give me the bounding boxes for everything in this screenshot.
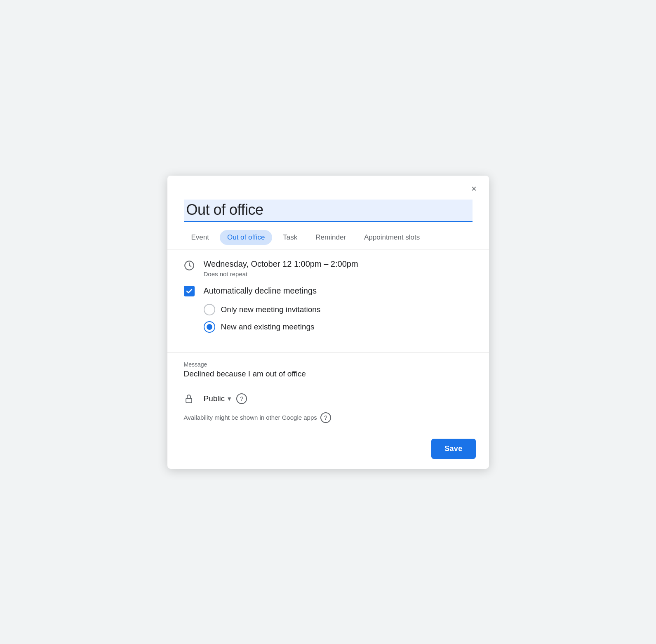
datetime-content: Wednesday, October 12 1:00pm – 2:00pm Do… [204, 259, 473, 277]
tab-out-of-office[interactable]: Out of office [220, 230, 272, 245]
radio-new-existing-circle[interactable] [204, 321, 215, 333]
footer: Save [167, 435, 489, 469]
title-section [167, 196, 489, 222]
availability-text: Availability might be shown in other Goo… [184, 414, 317, 421]
datetime-row: Wednesday, October 12 1:00pm – 2:00pm Do… [184, 259, 473, 277]
visibility-label: Public [204, 394, 225, 403]
section-divider [167, 353, 489, 353]
save-button[interactable]: Save [431, 439, 475, 459]
content-section: Wednesday, October 12 1:00pm – 2:00pm Do… [167, 249, 489, 353]
message-text[interactable]: Declined because I am out of office [184, 369, 473, 378]
close-button[interactable]: × [467, 181, 482, 196]
message-section: Message Declined because I am out of off… [167, 361, 489, 387]
auto-decline-row: Automatically decline meetings [184, 286, 473, 296]
title-input[interactable] [184, 200, 473, 222]
tabs-section: Event Out of office Task Reminder Appoin… [167, 222, 489, 249]
tab-event[interactable]: Event [184, 230, 216, 245]
auto-decline-label: Automatically decline meetings [204, 286, 317, 296]
availability-note: Availability might be shown in other Goo… [167, 411, 489, 435]
datetime-sub[interactable]: Does not repeat [204, 270, 473, 277]
radio-new-existing-label: New and existing meetings [221, 322, 315, 331]
message-label: Message [184, 361, 473, 368]
radio-only-new[interactable]: Only new meeting invitations [204, 304, 473, 315]
tab-reminder[interactable]: Reminder [308, 230, 353, 245]
radio-new-existing-inner [207, 324, 212, 330]
datetime-main[interactable]: Wednesday, October 12 1:00pm – 2:00pm [204, 259, 473, 269]
close-icon: × [471, 183, 477, 194]
visibility-dropdown[interactable]: Public ▼ [204, 394, 233, 403]
radio-only-new-label: Only new meeting invitations [221, 305, 321, 314]
visibility-row: Public ▼ ? [167, 387, 489, 411]
tab-task[interactable]: Task [275, 230, 305, 245]
dialog: × Event Out of office Task Reminder Appo… [167, 176, 489, 469]
dropdown-arrow-icon: ▼ [226, 395, 232, 402]
dialog-header: × [167, 176, 489, 196]
availability-help-icon[interactable]: ? [320, 412, 331, 423]
checkbox-icon[interactable] [184, 286, 204, 296]
radio-group: Only new meeting invitations New and exi… [184, 304, 473, 333]
lock-icon [184, 394, 204, 404]
radio-only-new-circle[interactable] [204, 304, 215, 315]
auto-decline-checkbox[interactable] [184, 286, 195, 296]
svg-rect-1 [186, 398, 192, 403]
visibility-help-icon[interactable]: ? [236, 393, 247, 404]
tab-appointment-slots[interactable]: Appointment slots [357, 230, 427, 245]
radio-new-existing[interactable]: New and existing meetings [204, 321, 473, 333]
visibility-content: Public ▼ ? [204, 393, 247, 404]
clock-icon [184, 259, 204, 271]
